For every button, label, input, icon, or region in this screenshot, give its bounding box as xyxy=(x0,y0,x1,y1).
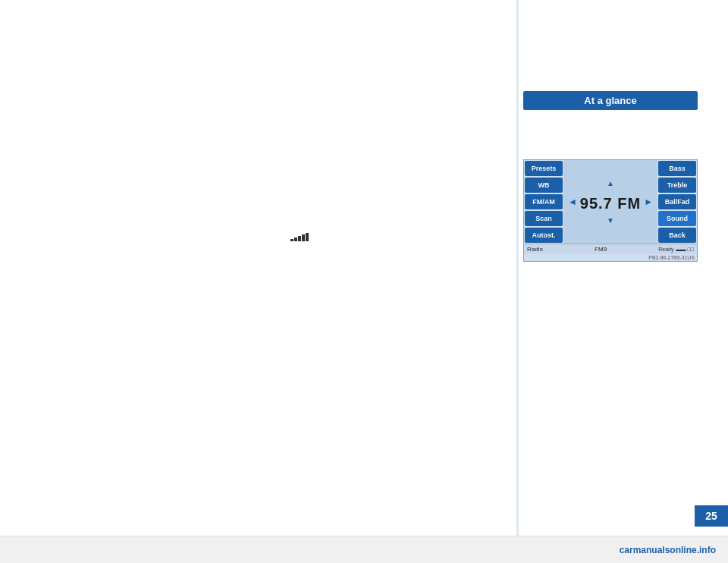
radio-center-display: ▲ ◄ 95.7 FM ► ▼ xyxy=(563,160,657,244)
bottom-bar: carmanualsonline.info xyxy=(0,536,728,563)
radio-status-bar: Radio FM9 Ready ▬▬ □□ xyxy=(524,244,697,254)
fmam-button[interactable]: FM/AM xyxy=(525,194,563,209)
accent-line xyxy=(516,0,519,563)
signal-bar-4 xyxy=(302,234,305,241)
signal-bar-2 xyxy=(294,237,297,241)
at-a-glance-header: At a glance xyxy=(523,91,698,110)
tune-up-arrow[interactable]: ▲ xyxy=(607,180,614,187)
balfad-button[interactable]: Bal/Fad xyxy=(658,194,696,209)
radio-status-label: Radio xyxy=(527,246,543,253)
seek-right-arrow[interactable]: ► xyxy=(644,197,653,207)
website-url: carmanualsonline.info xyxy=(620,545,716,555)
treble-button[interactable]: Treble xyxy=(658,178,696,193)
back-button[interactable]: Back xyxy=(658,228,696,243)
sound-button[interactable]: Sound xyxy=(658,211,696,226)
signal-bar-5 xyxy=(306,233,309,241)
signal-bar-1 xyxy=(290,239,293,241)
frequency-display: 95.7 FM xyxy=(580,189,641,215)
tune-down-arrow[interactable]: ▼ xyxy=(607,217,614,225)
presets-button[interactable]: Presets xyxy=(525,161,563,176)
page-number-badge: 25 xyxy=(695,505,728,527)
bass-button[interactable]: Bass xyxy=(658,161,696,176)
radio-right-buttons: Bass Treble Bal/Fad Sound Back xyxy=(657,160,697,244)
radio-signal-indicator: ▬▬ xyxy=(676,247,686,252)
scan-button[interactable]: Scan xyxy=(525,211,563,226)
signal-bar-3 xyxy=(298,236,301,241)
radio-ready-label: Ready xyxy=(658,247,673,252)
signal-strength-icon xyxy=(290,229,309,241)
radio-main-area: Presets WB FM/AM Scan Autost. ▲ ◄ 95.7 F… xyxy=(524,160,697,244)
radio-display: Presets WB FM/AM Scan Autost. ▲ ◄ 95.7 F… xyxy=(523,159,698,262)
radio-status-right: Ready ▬▬ □□ xyxy=(658,247,694,252)
frequency-row: ◄ 95.7 FM ► xyxy=(568,187,653,217)
radio-station-name: FM9 xyxy=(595,246,607,253)
autost-button[interactable]: Autost. xyxy=(525,228,563,243)
radio-left-buttons: Presets WB FM/AM Scan Autost. xyxy=(524,160,563,244)
wb-button[interactable]: WB xyxy=(525,178,563,193)
seek-left-arrow[interactable]: ◄ xyxy=(568,197,577,207)
radio-mode-indicator: □□ xyxy=(688,247,694,252)
radio-footnote: PB2.86-2789-31US xyxy=(524,254,697,261)
